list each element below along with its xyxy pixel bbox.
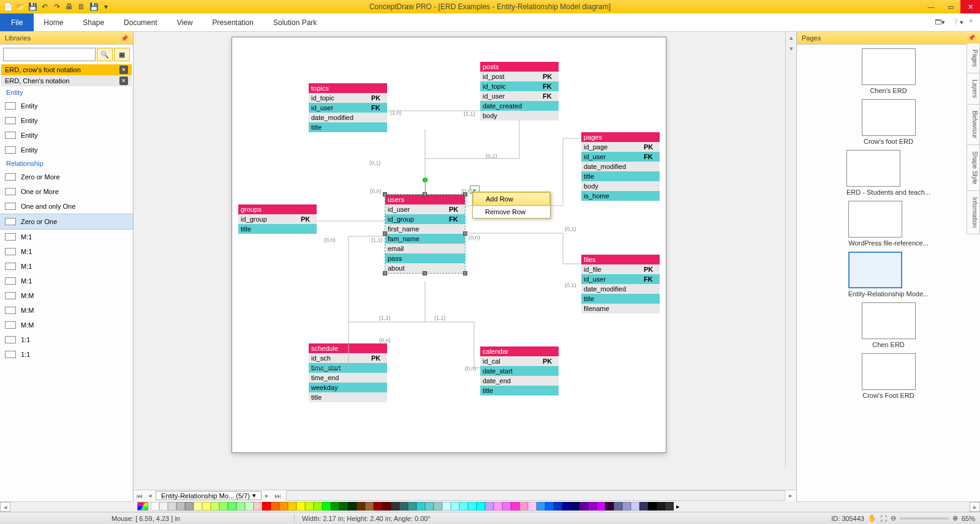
view-mode-icon[interactable]: ▦ <box>114 48 130 61</box>
page-thumbnail[interactable]: Chen's ERD <box>862 48 916 94</box>
color-swatch[interactable] <box>537 502 545 511</box>
color-swatch[interactable] <box>442 502 451 511</box>
color-swatch[interactable] <box>399 502 408 511</box>
entity-schedule[interactable]: scheduleid_schPKtime_starttime_endweekda… <box>309 343 387 402</box>
side-tab-layers[interactable]: Layers <box>967 73 980 105</box>
drawing-page[interactable]: topicsid_topicPKid_userFKdate_modifiedti… <box>232 37 666 453</box>
color-swatch[interactable] <box>511 502 519 511</box>
color-swatch[interactable] <box>545 502 554 511</box>
scroll-right-edge-icon[interactable]: ▸ <box>785 492 796 500</box>
file-tab[interactable]: File <box>0 13 34 31</box>
page-thumbnail[interactable]: Crow's foot ERD <box>862 99 916 145</box>
tab-solution-park[interactable]: Solution Park <box>263 13 326 31</box>
close-pill-icon[interactable]: ✕ <box>119 66 128 74</box>
color-swatch[interactable] <box>151 502 159 511</box>
qat-dropdown-icon[interactable]: ▾ <box>100 1 111 12</box>
save-icon[interactable]: 💾 <box>27 1 38 12</box>
entity-groups[interactable]: groupsid_groupPKtitle <box>238 204 317 234</box>
color-swatch[interactable] <box>605 502 614 511</box>
color-swatch[interactable] <box>219 502 228 511</box>
library-item[interactable]: Zero or More <box>0 170 133 184</box>
color-swatch[interactable] <box>279 502 288 511</box>
color-swatch[interactable] <box>417 502 425 511</box>
print-icon[interactable]: 🖶 <box>64 1 75 12</box>
tab-presentation[interactable]: Presentation <box>203 13 263 31</box>
menu-remove-row[interactable]: Remove Row <box>473 206 550 218</box>
minimize-button[interactable]: — <box>921 0 941 13</box>
color-swatch[interactable] <box>382 502 391 511</box>
tab-shape[interactable]: Shape <box>73 13 114 31</box>
zoom-out-icon[interactable]: ⊖ <box>891 514 896 522</box>
library-item[interactable]: Entity <box>0 128 133 143</box>
search-icon[interactable]: 🔍 <box>97 48 113 61</box>
color-swatch[interactable] <box>639 502 648 511</box>
page-thumbnail[interactable]: ERD - Students and teach... <box>846 150 930 196</box>
entity-posts[interactable]: postsid_postPKid_topicFKid_userFKdate_cr… <box>480 62 559 121</box>
color-swatch[interactable] <box>356 502 365 511</box>
color-swatch[interactable] <box>665 502 674 511</box>
color-swatch[interactable] <box>159 502 168 511</box>
side-tab-behaviour[interactable]: Behaviour <box>967 104 980 145</box>
color-swatch[interactable] <box>211 502 219 511</box>
color-swatch[interactable] <box>425 502 434 511</box>
scroll-down-icon[interactable]: ▾ <box>786 43 796 54</box>
color-swatch[interactable] <box>614 502 622 511</box>
library-item[interactable]: M:1 <box>0 230 133 244</box>
scroll-right-icon[interactable]: ▸ <box>970 502 980 512</box>
color-swatch[interactable] <box>322 502 331 511</box>
color-swatch[interactable] <box>494 502 502 511</box>
color-swatch[interactable] <box>314 502 322 511</box>
entity-users[interactable]: users id_userPKid_groupFKfirst_namefam_n… <box>385 195 465 273</box>
color-swatch[interactable] <box>348 502 356 511</box>
fit-page-icon[interactable]: ⛶ <box>880 515 887 522</box>
first-page-icon[interactable]: ⏮ <box>134 492 145 500</box>
color-swatch[interactable] <box>288 502 296 511</box>
color-swatch[interactable] <box>502 502 511 511</box>
last-page-icon[interactable]: ⏭ <box>273 492 284 500</box>
libraries-search-input[interactable] <box>3 48 96 61</box>
entity-files[interactable]: filesid_filePKid_userFKdate_modifiedtitl… <box>581 255 660 313</box>
color-swatch[interactable] <box>202 502 211 511</box>
tab-document[interactable]: Document <box>114 13 167 31</box>
color-swatch[interactable] <box>236 502 245 511</box>
page-tab[interactable]: Entity-Relationship Mo... (5/7) ▾ <box>156 491 262 500</box>
color-swatch[interactable] <box>296 502 305 511</box>
pin-icon[interactable]: 📌 <box>121 35 128 42</box>
color-swatch[interactable] <box>245 502 254 511</box>
library-item[interactable]: M:M <box>0 303 133 318</box>
color-swatch[interactable] <box>554 502 562 511</box>
library-pill-chens[interactable]: ERD, Chen's notation ✕ <box>1 75 132 86</box>
color-swatch[interactable] <box>468 502 477 511</box>
pan-tool-icon[interactable]: ✋ <box>868 514 876 522</box>
color-picker-icon[interactable] <box>137 502 148 511</box>
side-tab-pages[interactable]: Pages <box>967 43 980 73</box>
library-item[interactable]: M:1 <box>0 259 133 274</box>
vertical-scrollbar[interactable]: ▴ ▾ <box>785 32 796 468</box>
library-item[interactable]: M:M <box>0 288 133 303</box>
next-page-icon[interactable]: ▸ <box>262 492 273 500</box>
library-pill-crows-foot[interactable]: ERD, crow's foot notation ✕ <box>1 64 132 75</box>
preview-icon[interactable]: 🗎 <box>76 1 87 12</box>
color-swatch[interactable] <box>597 502 605 511</box>
tab-view[interactable]: View <box>167 13 203 31</box>
color-swatch[interactable] <box>434 502 442 511</box>
close-pill-icon[interactable]: ✕ <box>119 77 128 85</box>
page-thumbnail[interactable]: Crow's Foot ERD <box>862 353 916 399</box>
color-swatch[interactable] <box>657 502 665 511</box>
library-item[interactable]: M:1 <box>0 244 133 259</box>
library-item[interactable]: Zero or One <box>0 214 133 230</box>
library-item[interactable]: Entity <box>0 99 133 113</box>
color-swatch[interactable] <box>408 502 417 511</box>
library-item[interactable]: 1:1 <box>0 347 133 362</box>
entity-topics[interactable]: topicsid_topicPKid_userFKdate_modifiedti… <box>309 83 387 132</box>
color-swatch[interactable] <box>631 502 639 511</box>
color-swatch[interactable] <box>648 502 657 511</box>
color-swatch[interactable] <box>528 502 537 511</box>
palette-more-icon[interactable]: ▸ <box>676 503 680 511</box>
entity-pages[interactable]: pagesid_pagePKid_userFKdate_modifiedtitl… <box>581 132 660 201</box>
save2-icon[interactable]: 💾 <box>88 1 99 12</box>
color-swatch[interactable] <box>228 502 236 511</box>
color-swatch[interactable] <box>622 502 631 511</box>
color-swatch[interactable] <box>331 502 339 511</box>
color-swatch[interactable] <box>374 502 382 511</box>
